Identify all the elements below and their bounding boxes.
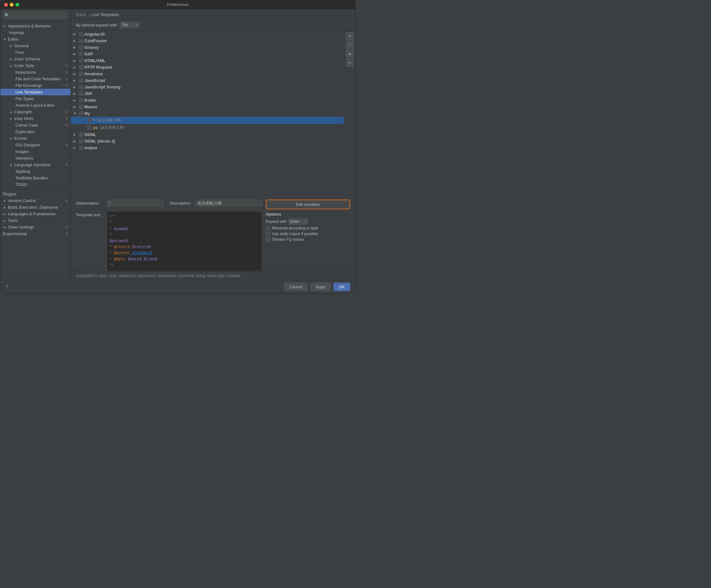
copy-button[interactable]: ⧉ [346, 50, 354, 58]
group-ognlstruts2[interactable]: ▶ ✓ OGNL (Struts 2) [71, 138, 344, 145]
sidebar-item-camel-case[interactable]: Camel Case ⚙ [0, 122, 70, 128]
sidebar-item-label: Font [16, 50, 24, 55]
group-maven[interactable]: ▶ ✓ Maven [71, 104, 344, 110]
group-checkbox[interactable]: ✓ [79, 52, 83, 56]
sidebar-item-appearance[interactable]: ▶ Appearance & Behavior [0, 23, 70, 29]
group-checkbox[interactable]: ✓ [79, 92, 83, 96]
expand-arrow: ▶ [73, 59, 78, 62]
sidebar-item-intentions[interactable]: Intentions [0, 155, 70, 161]
sidebar-item-experimental[interactable]: Experimental ⚙ [0, 231, 70, 237]
sidebar-item-file-code-templates[interactable]: File and Code Templates ⚙ [0, 75, 70, 82]
group-htmlxml[interactable]: ▶ ✓ HTML/XML [71, 57, 344, 64]
template-item-my-member-fn[interactable]: ✓ * (成员函数注释) [71, 117, 344, 124]
remove-button[interactable]: − [346, 41, 354, 49]
group-checkbox[interactable]: ✓ [79, 132, 83, 137]
group-checkbox[interactable]: ✓ [79, 39, 83, 43]
minimize-button[interactable] [10, 3, 14, 7]
child-checkbox[interactable]: ✓ [87, 126, 91, 130]
shorten-fq-checkbox[interactable]: ✓ [266, 237, 270, 242]
sidebar-item-live-templates[interactable]: Live Templates [0, 89, 70, 95]
expand-with-select[interactable]: Tab Enter Space [120, 22, 139, 28]
group-checkbox[interactable]: ✓ [79, 85, 83, 89]
group-checkbox[interactable]: ✓ [79, 79, 83, 83]
group-output[interactable]: ▶ ✓ output [71, 145, 344, 151]
group-checkbox[interactable]: ✓ [79, 139, 83, 143]
maximize-button[interactable] [16, 3, 19, 7]
add-button[interactable]: + [346, 32, 354, 40]
help-icon[interactable]: ? [5, 284, 8, 290]
group-angularjs[interactable]: ▶ ✓ AngularJS [71, 31, 344, 38]
sidebar-item-color-scheme[interactable]: ▶ Color Scheme [0, 56, 70, 62]
sidebar-item-code-style[interactable]: ▶ Code Style ⚙ [0, 62, 70, 69]
template-item-my-member-var[interactable]: ✓ zs (成员变量注释) [71, 124, 344, 131]
sidebar-item-keymap[interactable]: Keymap [0, 29, 70, 36]
group-checkbox[interactable]: ✓ [79, 98, 83, 102]
group-gsp[interactable]: ▶ ✓ GSP [71, 51, 344, 57]
group-checkbox[interactable]: ✓ [79, 146, 83, 150]
group-jsp[interactable]: ▶ ✓ JSP [71, 90, 344, 97]
group-my[interactable]: ▼ ✓ My [71, 110, 344, 117]
group-checkbox[interactable]: ✓ [79, 45, 83, 49]
sidebar-item-spelling[interactable]: Spelling [0, 168, 70, 175]
sidebar-item-tools[interactable]: ▶ Tools [0, 217, 70, 224]
expand-select-wrapper: Tab Enter Space ▾ [120, 22, 139, 28]
sidebar-item-general[interactable]: ▶ General [0, 43, 70, 49]
template-code-area[interactable]: /** * * $name$ * $params$ * @return $ret… [107, 211, 262, 271]
sidebar-item-label: Keymap [9, 30, 24, 35]
group-checkbox[interactable]: ✓ [79, 32, 83, 36]
sidebar-item-other-settings[interactable]: ▶ Other Settings ⚙ [0, 224, 70, 231]
content-area: 🔍 ▶ Appearance & Behavior Keymap ▼ Edito… [0, 9, 355, 280]
sidebar-item-todo[interactable]: TODO [0, 181, 70, 188]
ok-button[interactable]: OK [333, 283, 350, 291]
group-iterations[interactable]: ▶ ✓ iterations [71, 70, 344, 77]
sidebar-item-version-control[interactable]: ▶ Version Control ⚙ [0, 197, 70, 204]
sidebar-item-label: Emmet [14, 136, 27, 141]
cancel-button[interactable]: Cancel [284, 283, 307, 291]
group-groovy[interactable]: ▶ ✓ Groovy [71, 44, 344, 51]
sidebar-item-copyright[interactable]: ▶ Copyright ⚙ [0, 109, 70, 115]
sidebar-item-inspections[interactable]: Inspections ⚙ [0, 69, 70, 75]
group-checkbox[interactable]: ✓ [79, 111, 83, 115]
edit-variables-button[interactable]: Edit variables [266, 200, 350, 209]
sidebar-item-language-injections[interactable]: ▶ Language Injections ⚙ [0, 161, 70, 168]
sidebar-item-file-types[interactable]: File Types [0, 95, 70, 102]
expand-with-select[interactable]: Enter Tab Space [288, 218, 308, 225]
sidebar-item-textmate-bundles[interactable]: TextMate Bundles [0, 175, 70, 181]
group-javascript[interactable]: ▶ ✓ JavaScript [71, 77, 344, 84]
sidebar-item-editor[interactable]: ▼ Editor [0, 36, 70, 43]
abbreviation-row: Abbreviation: Description: [76, 200, 262, 207]
sidebar-item-android-layout-editor[interactable]: Android Layout Editor [0, 102, 70, 109]
sidebar-item-label: GUI Designer [16, 143, 40, 147]
close-button[interactable] [4, 3, 8, 7]
reformat-checkbox[interactable] [266, 226, 270, 231]
description-input[interactable] [195, 200, 262, 207]
sidebar-item-images[interactable]: Images [0, 148, 70, 155]
revert-button[interactable]: ↩ [346, 59, 354, 67]
abbreviation-input[interactable] [107, 200, 164, 207]
sidebar-item-plugins[interactable]: Plugins [0, 191, 70, 197]
child-checkbox[interactable]: ✓ [87, 118, 91, 123]
code-line: */ [110, 263, 259, 268]
group-ognl[interactable]: ▶ ✓ OGNL [71, 131, 344, 138]
search-input[interactable] [3, 12, 68, 19]
sidebar-item-languages-frameworks[interactable]: ▶ Languages & Frameworks [0, 211, 70, 217]
sidebar-item-gui-designer[interactable]: GUI Designer ⚙ [0, 141, 70, 148]
group-httprequest[interactable]: ▶ ✓ HTTP Request [71, 64, 344, 70]
group-coldfusion[interactable]: ▶ ✓ ColdFusion [71, 38, 344, 44]
group-kotlin[interactable]: ▶ ✓ Kotlin [71, 97, 344, 104]
group-checkbox[interactable]: ✓ [79, 72, 83, 76]
group-checkbox[interactable]: ✓ [79, 65, 83, 69]
sidebar-item-inlay-hints[interactable]: ▶ Inlay Hints ⚙ [0, 115, 70, 122]
static-import-checkbox[interactable] [266, 232, 270, 236]
sidebar-item-file-encodings[interactable]: File Encodings ⚙ [0, 82, 70, 89]
sidebar-item-duplicates[interactable]: Duplicates [0, 128, 70, 135]
group-checkbox[interactable]: ✓ [79, 105, 83, 109]
sidebar-item-build-execution[interactable]: ▶ Build, Execution, Deployme [0, 204, 70, 211]
group-name: HTML/XML [84, 58, 106, 63]
group-checkbox[interactable]: ✓ [79, 59, 83, 63]
apply-button[interactable]: Apply [310, 283, 331, 291]
sidebar-item-font[interactable]: Font [0, 49, 70, 56]
template-text-label: Template text: [76, 213, 104, 217]
group-javascripttesting[interactable]: ▶ ✓ JavaScript Testing [71, 84, 344, 90]
sidebar-item-emmet[interactable]: ▶ Emmet [0, 135, 70, 141]
